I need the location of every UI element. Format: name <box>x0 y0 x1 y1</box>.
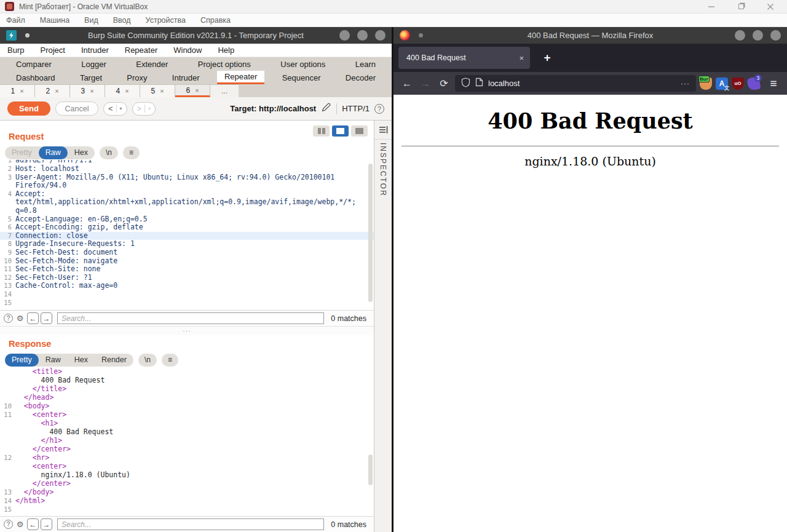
vb-menu-Вид[interactable]: Вид <box>84 16 98 25</box>
tab-intruder[interactable]: Intruder <box>165 71 207 84</box>
chevron-down-icon[interactable]: ▾ <box>120 106 122 111</box>
vb-menu-Устройства[interactable]: Устройства <box>146 16 186 25</box>
new-tab-button[interactable]: + <box>540 50 555 65</box>
close-button[interactable] <box>375 30 386 41</box>
search-settings-gear-icon[interactable]: ⚙ <box>15 519 25 530</box>
tab-extender[interactable]: Extender <box>129 57 175 71</box>
forward-icon[interactable]: → <box>418 76 433 91</box>
response-tab-render[interactable]: Render <box>95 354 133 367</box>
editor-menu-button[interactable]: ≡ <box>162 354 178 367</box>
burp-menu-burp[interactable]: Burp <box>7 46 24 55</box>
vb-menu-Файл[interactable]: Файл <box>6 16 25 25</box>
repeater-tab-1[interactable]: 1× <box>0 84 35 97</box>
minimize-button[interactable] <box>735 30 745 41</box>
response-tab-raw[interactable]: Raw <box>39 354 68 367</box>
layout-single-icon[interactable] <box>351 125 368 137</box>
request-tab-hex[interactable]: Hex <box>68 146 95 159</box>
vb-menu-Машина[interactable]: Машина <box>40 16 69 25</box>
newline-toggle-button[interactable]: \n <box>100 146 118 159</box>
request-editor[interactable]: 1adsfGET / HTTP/1.12Host: localhost3User… <box>0 160 374 310</box>
search-prev-button[interactable]: ← <box>27 312 39 324</box>
close-icon[interactable] <box>766 2 775 11</box>
help-icon[interactable]: ? <box>374 104 384 114</box>
restore-icon[interactable] <box>737 2 745 11</box>
back-history-button[interactable]: <▾ <box>103 102 127 116</box>
chevron-down-icon[interactable]: ▾ <box>148 106 151 111</box>
burp-menu-window[interactable]: Window <box>173 46 202 55</box>
burp-titlebar[interactable]: Burp Suite Community Edition v2021.9.1 -… <box>0 27 392 44</box>
browser-tab[interactable]: 400 Bad Request × <box>398 47 530 69</box>
foxyproxy-extension-icon[interactable]: Bur <box>700 77 712 90</box>
tab-close-icon[interactable]: × <box>125 87 129 95</box>
repeater-tab-3[interactable]: 3× <box>70 84 105 97</box>
page-info-icon[interactable] <box>475 77 483 89</box>
layout-columns-icon[interactable] <box>313 125 330 137</box>
repeater-overflow-tab[interactable]: ... <box>210 84 239 97</box>
repeater-tab-2[interactable]: 2× <box>35 84 70 97</box>
search-settings-gear-icon[interactable]: ⚙ <box>15 313 25 324</box>
burp-menu-intruder[interactable]: Intruder <box>81 46 109 55</box>
maximize-button[interactable] <box>753 30 763 41</box>
editor-menu-button[interactable]: ≡ <box>123 146 140 159</box>
tab-logger[interactable]: Logger <box>74 57 113 71</box>
tab-close-icon[interactable]: × <box>160 87 164 95</box>
search-next-button[interactable]: → <box>41 518 52 530</box>
tab-comparer[interactable]: Comparer <box>9 57 59 71</box>
search-help-icon[interactable]: ? <box>4 314 13 323</box>
response-search-input[interactable] <box>57 518 324 530</box>
url-input[interactable]: localhost <box>488 79 676 88</box>
purple-extension-icon[interactable]: 3 <box>747 76 761 90</box>
firefox-titlebar[interactable]: 400 Bad Request — Mozilla Firefox <box>394 27 787 44</box>
tab-close-icon[interactable]: × <box>195 87 199 94</box>
repeater-tab-4[interactable]: 4× <box>105 84 140 97</box>
page-actions-more-icon[interactable]: ··· <box>681 79 690 88</box>
ublock-extension-icon[interactable]: uO <box>732 77 744 90</box>
edit-target-pencil-icon[interactable] <box>321 102 331 115</box>
request-tab-raw[interactable]: Raw <box>39 146 68 159</box>
cancel-button[interactable]: Cancel <box>55 101 98 116</box>
response-tab-pretty[interactable]: Pretty <box>5 354 39 367</box>
tab-target[interactable]: Target <box>73 71 109 84</box>
maximize-button[interactable] <box>357 30 368 41</box>
panel-splitter-handle[interactable]: ··· <box>0 326 374 335</box>
response-scrollbar[interactable] <box>368 455 373 485</box>
repeater-tab-6[interactable]: 6× <box>175 84 210 97</box>
vb-menu-Ввод[interactable]: Ввод <box>113 16 131 25</box>
layout-rows-icon[interactable] <box>332 125 349 137</box>
tab-close-icon[interactable]: × <box>20 87 23 95</box>
minimize-button[interactable] <box>339 30 350 41</box>
request-search-input[interactable] <box>57 312 324 324</box>
inspector-sidebar[interactable]: INSPECTOR <box>374 121 392 532</box>
tab-sequencer[interactable]: Sequencer <box>275 71 328 84</box>
vb-menu-Справка[interactable]: Справка <box>200 16 231 25</box>
tab-proxy[interactable]: Proxy <box>119 71 154 84</box>
request-scrollbar[interactable] <box>368 164 373 302</box>
burp-menu-help[interactable]: Help <box>218 46 234 55</box>
repeater-tab-5[interactable]: 5× <box>140 84 175 97</box>
tab-user-options[interactable]: User options <box>273 57 333 71</box>
url-bar[interactable]: localhost ··· <box>455 75 696 92</box>
search-help-icon[interactable]: ? <box>4 520 13 529</box>
tab-dashboard[interactable]: Dashboard <box>9 71 63 84</box>
reload-icon[interactable]: ⟳ <box>437 76 451 91</box>
newline-toggle-button[interactable]: \n <box>138 354 157 367</box>
tab-repeater[interactable]: Repeater <box>217 71 264 84</box>
tab-close-icon[interactable]: × <box>519 54 524 63</box>
back-icon[interactable]: ← <box>400 76 414 91</box>
close-button[interactable] <box>770 30 781 41</box>
search-next-button[interactable]: → <box>41 312 52 324</box>
burp-menu-repeater[interactable]: Repeater <box>125 46 157 55</box>
inspector-collapse-icon[interactable] <box>379 125 388 134</box>
search-prev-button[interactable]: ← <box>27 518 39 530</box>
tab-decoder[interactable]: Decoder <box>338 71 383 84</box>
response-editor[interactable]: <title> 400 Bad Request </title> </head>… <box>0 367 374 516</box>
shield-icon[interactable] <box>461 77 470 90</box>
translate-extension-icon[interactable]: A <box>716 77 728 90</box>
tab-close-icon[interactable]: × <box>55 87 58 95</box>
send-button[interactable]: Send <box>7 101 50 116</box>
response-tab-hex[interactable]: Hex <box>68 354 95 367</box>
burp-menu-project[interactable]: Project <box>40 46 65 55</box>
tab-project-options[interactable]: Project options <box>191 57 258 71</box>
forward-history-button[interactable]: >▾ <box>132 102 156 116</box>
tab-close-icon[interactable]: × <box>90 87 93 95</box>
